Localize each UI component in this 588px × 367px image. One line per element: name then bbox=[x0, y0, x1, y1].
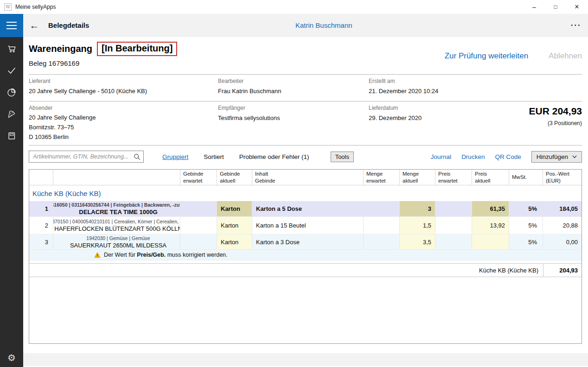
group-header: Küche KB (Küche KB) bbox=[29, 185, 582, 201]
reject-button[interactable]: Ablehnen bbox=[549, 51, 582, 61]
address-line: D 10365 Berlin bbox=[29, 134, 96, 140]
cell-pos-wert: 0,00 bbox=[543, 234, 582, 249]
field-label: Lieferdatum bbox=[369, 105, 422, 111]
hamburger-menu-button[interactable] bbox=[0, 14, 23, 37]
col-header-mwst: MwSt. bbox=[509, 170, 543, 185]
cell-preis-aktuell[interactable] bbox=[472, 234, 509, 249]
field-label: Erstellt am bbox=[369, 78, 438, 84]
cell-mwst: 5% bbox=[509, 234, 543, 249]
cell-menge-aktuell[interactable]: 1,5 bbox=[400, 217, 435, 234]
cell-inhalt-gebinde: Karton a 3 Dose bbox=[252, 234, 364, 249]
cell-preis-erwartet bbox=[435, 234, 472, 249]
field-value: Testfirma sellysolutions bbox=[218, 114, 280, 121]
cell-gebinde-erwartet bbox=[180, 234, 217, 249]
divider bbox=[29, 101, 582, 101]
sidebar: ⚙ bbox=[0, 37, 23, 367]
field-label: Empfänger bbox=[218, 105, 280, 111]
table-row[interactable]: 1 0416050 | 03116430256744 | Feingebäck … bbox=[29, 201, 582, 217]
article-cell: 1942030 | Gemüse | Gemüse SAUERKRAUT 265… bbox=[53, 234, 180, 249]
cell-menge-erwartet bbox=[364, 201, 400, 216]
app-header-bar: ← Belegdetails Katrin Buschmann ••• bbox=[0, 14, 588, 37]
journal-link[interactable]: Journal bbox=[431, 153, 451, 160]
cell-menge-erwartet bbox=[364, 217, 400, 234]
col-header-inhalt-gebinde: InhaltGebinde bbox=[252, 170, 364, 185]
search-box bbox=[29, 151, 144, 163]
article-name: SAUERKRAUT 2650ML MILDESSA bbox=[70, 242, 166, 249]
field-value: Frau Katrin Buschmann bbox=[218, 88, 281, 95]
warning-text: Der Wert für Preis/Geb. muss korrigiert … bbox=[104, 252, 228, 258]
add-label: Hinzufügen bbox=[537, 153, 568, 160]
cell-mwst: 5% bbox=[509, 201, 543, 216]
cart-icon[interactable] bbox=[6, 43, 18, 55]
table-header-row: Gebindeerwartet Gebindeaktuell InhaltGeb… bbox=[29, 170, 582, 185]
cell-gebinde-aktuell[interactable]: Karton bbox=[217, 234, 252, 249]
article-meta: 0870150 | 04000540210101 | Cerealien, Kö… bbox=[53, 219, 180, 224]
cell-menge-aktuell[interactable]: 3,5 bbox=[400, 234, 435, 249]
divider bbox=[29, 145, 582, 146]
add-dropdown-button[interactable]: Hinzufügen bbox=[531, 151, 582, 163]
document-number: Beleg 16796169 bbox=[29, 59, 79, 67]
cell-gebinde-aktuell[interactable]: Karton bbox=[217, 201, 252, 216]
position-count: (3 Positionen) bbox=[529, 120, 582, 127]
search-input[interactable] bbox=[29, 151, 144, 163]
summary-label: Küche KB (Küche KB) bbox=[29, 264, 543, 277]
table-row[interactable]: 2 0870150 | 04000540210101 | Cerealien, … bbox=[29, 217, 582, 234]
warning-icon bbox=[94, 252, 101, 258]
tools-button[interactable]: Tools bbox=[331, 152, 354, 162]
qr-code-link[interactable]: QR Code bbox=[495, 153, 521, 160]
col-header-preis-aktuell: Preisaktuell bbox=[472, 170, 509, 185]
journal-book-icon[interactable] bbox=[6, 130, 18, 142]
article-cell: 0870150 | 04000540210101 | Cerealien, Kö… bbox=[53, 217, 180, 234]
row-number: 2 bbox=[29, 217, 53, 234]
close-button[interactable]: × bbox=[566, 0, 588, 14]
user-name-link[interactable]: Katrin Buschmann bbox=[295, 14, 352, 37]
pizza-slice-icon[interactable] bbox=[6, 108, 18, 120]
checkmark-icon[interactable] bbox=[6, 64, 18, 76]
status-badge: [In Bearbeitung] bbox=[97, 42, 177, 56]
document-type: Wareneingang bbox=[29, 44, 92, 54]
grouped-toggle[interactable]: Gruppiert bbox=[162, 153, 188, 160]
col-header-article bbox=[53, 170, 180, 185]
bottom-status-strip bbox=[23, 353, 588, 366]
problems-filter[interactable]: Probleme oder Fehler (1) bbox=[239, 153, 309, 160]
cell-menge-aktuell[interactable]: 3 bbox=[400, 201, 435, 216]
page-title: Belegdetails bbox=[48, 14, 89, 37]
field-empfaenger: Empfänger Testfirma sellysolutions bbox=[218, 105, 280, 121]
sorted-toggle[interactable]: Sortiert bbox=[204, 153, 224, 160]
table-row[interactable]: 3 1942030 | Gemüse | Gemüse SAUERKRAUT 2… bbox=[29, 234, 582, 250]
row-number: 3 bbox=[29, 234, 53, 249]
field-label: Bearbeiter bbox=[218, 78, 281, 84]
maximize-button[interactable]: □ bbox=[545, 0, 566, 14]
validation-warning-row: Der Wert für Preis/Geb. muss korrigiert … bbox=[29, 250, 582, 260]
field-label: Lieferant bbox=[29, 78, 147, 84]
cell-preis-aktuell[interactable]: 61,35 bbox=[472, 201, 509, 216]
document-actions: Zur Prüfung weiterleiten Ablehnen bbox=[445, 51, 582, 61]
cell-pos-wert: 184,05 bbox=[543, 201, 582, 216]
pie-chart-icon[interactable] bbox=[6, 86, 18, 98]
cell-preis-aktuell[interactable]: 13,92 bbox=[472, 217, 509, 234]
back-button[interactable]: ← bbox=[27, 14, 42, 37]
field-label: Absender bbox=[29, 105, 96, 111]
field-value: 29. Dezember 2020 bbox=[369, 114, 422, 121]
col-header-num bbox=[29, 170, 53, 185]
search-icon[interactable] bbox=[134, 153, 141, 162]
cell-gebinde-aktuell[interactable]: Karton bbox=[217, 217, 252, 234]
table-toolbar: Gruppiert Sortiert Probleme oder Fehler … bbox=[29, 150, 354, 163]
cell-preis-erwartet bbox=[435, 201, 472, 216]
col-header-menge-erwartet: Mengeerwartet bbox=[364, 170, 400, 185]
main-content: Wareneingang [In Bearbeitung] Beleg 1679… bbox=[23, 37, 588, 367]
minimize-button[interactable]: – bbox=[524, 0, 545, 14]
col-header-gebinde-erwartet: Gebindeerwartet bbox=[180, 170, 217, 185]
article-name: HAFERFLOCKEN BLÜTENZART 500G KÖLLN bbox=[54, 225, 180, 232]
group-summary-row: Küche KB (Küche KB) 204,93 bbox=[29, 263, 582, 277]
settings-gear-icon[interactable]: ⚙ bbox=[0, 352, 23, 363]
field-absender: Absender 20 Jahre Selly Challenge Bornit… bbox=[29, 105, 96, 140]
more-options-button[interactable]: ••• bbox=[571, 14, 582, 37]
article-meta: 0416050 | 03116430256744 | Feingebäck | … bbox=[53, 202, 180, 208]
forward-for-review-button[interactable]: Zur Prüfung weiterleiten bbox=[445, 51, 528, 61]
title-bar: W Meine sellyApps – □ × bbox=[0, 0, 588, 14]
col-header-gebinde-aktuell: Gebindeaktuell bbox=[217, 170, 252, 185]
article-cell: 0416050 | 03116430256744 | Feingebäck | … bbox=[53, 201, 180, 216]
print-link[interactable]: Drucken bbox=[461, 153, 485, 160]
cell-menge-erwartet bbox=[364, 234, 400, 249]
